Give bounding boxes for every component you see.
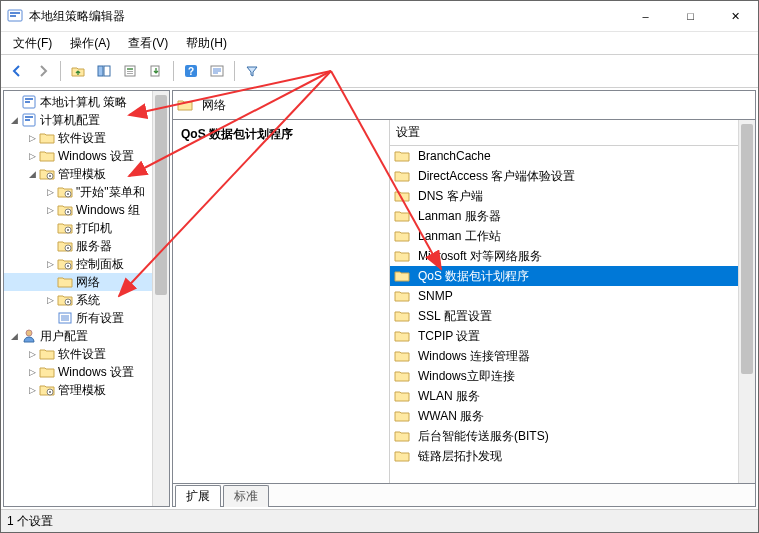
folder-icon: [57, 220, 73, 236]
list-item[interactable]: DNS 客户端: [390, 186, 755, 206]
list-item[interactable]: 后台智能传送服务(BITS): [390, 426, 755, 446]
list-item[interactable]: DirectAccess 客户端体验设置: [390, 166, 755, 186]
tree-item-label: 管理模板: [58, 381, 106, 399]
tree-item-all_settings[interactable]: 所有设置: [4, 309, 169, 327]
tree-pane[interactable]: 本地计算机 策略◢计算机配置▷软件设置▷Windows 设置◢管理模板▷"开始"…: [3, 90, 170, 507]
up-one-level-button[interactable]: [66, 59, 90, 83]
svg-rect-15: [25, 101, 30, 103]
tree-item-system[interactable]: ▷系统: [4, 291, 169, 309]
tree-item-u_win[interactable]: ▷Windows 设置: [4, 363, 169, 381]
twisty-expanded-icon[interactable]: ◢: [8, 114, 20, 126]
menu-help[interactable]: 帮助(H): [178, 33, 235, 54]
menu-view[interactable]: 查看(V): [120, 33, 176, 54]
list-item-label: 后台智能传送服务(BITS): [418, 428, 549, 445]
list-item[interactable]: Windows立即连接: [390, 366, 755, 386]
svg-point-34: [26, 330, 32, 336]
svg-rect-3: [98, 66, 103, 76]
list-item-label: 链路层拓扑发现: [418, 448, 502, 465]
tree-item-printers[interactable]: 打印机: [4, 219, 169, 237]
close-button[interactable]: ✕: [713, 1, 758, 31]
tree-item-admin_tpl[interactable]: ◢管理模板: [4, 165, 169, 183]
tree-item-label: 用户配置: [40, 327, 88, 345]
list-item[interactable]: WLAN 服务: [390, 386, 755, 406]
twisty-collapsed-icon[interactable]: ▷: [26, 132, 38, 144]
svg-point-28: [67, 247, 69, 249]
list-item[interactable]: QoS 数据包计划程序: [390, 266, 755, 286]
settings-list[interactable]: 设置 BranchCacheDirectAccess 客户端体验设置DNS 客户…: [390, 120, 755, 483]
twisty-collapsed-icon[interactable]: ▷: [26, 384, 38, 396]
tree-item-network[interactable]: 网络: [4, 273, 169, 291]
svg-point-20: [49, 175, 51, 177]
list-item-label: WLAN 服务: [418, 388, 480, 405]
svg-point-26: [67, 229, 69, 231]
folder-icon: [57, 256, 73, 272]
list-item-label: SSL 配置设置: [418, 308, 492, 325]
window-title: 本地组策略编辑器: [29, 8, 623, 25]
help-button[interactable]: ?: [179, 59, 203, 83]
folder-icon: [39, 346, 55, 362]
list-item[interactable]: SSL 配置设置: [390, 306, 755, 326]
list-item[interactable]: Lanman 服务器: [390, 206, 755, 226]
twisty-collapsed-icon[interactable]: ▷: [44, 258, 56, 270]
list-item[interactable]: Lanman 工作站: [390, 226, 755, 246]
tree-item-label: 本地计算机 策略: [40, 93, 127, 111]
export-button[interactable]: [144, 59, 168, 83]
scrollbar-vertical[interactable]: [738, 120, 755, 483]
twisty-collapsed-icon[interactable]: ▷: [44, 186, 56, 198]
folder-icon: [394, 348, 410, 364]
tree-item-u_soft[interactable]: ▷软件设置: [4, 345, 169, 363]
show-hide-tree-button[interactable]: [92, 59, 116, 83]
tree-item-root[interactable]: 本地计算机 策略: [4, 93, 169, 111]
options-button[interactable]: [205, 59, 229, 83]
menu-file[interactable]: 文件(F): [5, 33, 60, 54]
twisty-expanded-icon[interactable]: ◢: [8, 330, 20, 342]
back-button[interactable]: [5, 59, 29, 83]
list-item[interactable]: BranchCache: [390, 146, 755, 166]
detail-description-pane: QoS 数据包计划程序: [173, 120, 390, 483]
list-item[interactable]: TCPIP 设置: [390, 326, 755, 346]
list-item-label: Windows 连接管理器: [418, 348, 530, 365]
tree-item-control_panel[interactable]: ▷控制面板: [4, 255, 169, 273]
list-item[interactable]: WWAN 服务: [390, 406, 755, 426]
properties-button[interactable]: [118, 59, 142, 83]
twisty-expanded-icon[interactable]: ◢: [26, 168, 38, 180]
list-item[interactable]: SNMP: [390, 286, 755, 306]
tab-standard[interactable]: 标准: [223, 485, 269, 507]
tree-item-soft_settings[interactable]: ▷软件设置: [4, 129, 169, 147]
filter-button[interactable]: [240, 59, 264, 83]
tree-item-start_menu[interactable]: ▷"开始"菜单和: [4, 183, 169, 201]
scrollbar-vertical[interactable]: [152, 91, 169, 506]
toolbar: ?: [1, 55, 758, 88]
column-header-setting[interactable]: 设置: [390, 120, 755, 146]
folder-icon: [57, 310, 73, 326]
tab-extended[interactable]: 扩展: [175, 485, 221, 507]
scrollbar-thumb[interactable]: [155, 95, 167, 295]
list-item[interactable]: Microsoft 对等网络服务: [390, 246, 755, 266]
tree-item-label: 计算机配置: [40, 111, 100, 129]
folder-icon: [394, 328, 410, 344]
svg-rect-17: [25, 116, 33, 118]
tree-item-computer_cfg[interactable]: ◢计算机配置: [4, 111, 169, 129]
list-item[interactable]: Windows 连接管理器: [390, 346, 755, 366]
twisty-collapsed-icon[interactable]: ▷: [26, 150, 38, 162]
twisty-collapsed-icon[interactable]: ▷: [26, 348, 38, 360]
maximize-button[interactable]: □: [668, 1, 713, 31]
tree-item-win_components[interactable]: ▷Windows 组: [4, 201, 169, 219]
list-item-label: WWAN 服务: [418, 408, 484, 425]
twisty-collapsed-icon[interactable]: ▷: [44, 204, 56, 216]
tree-item-u_admin[interactable]: ▷管理模板: [4, 381, 169, 399]
menu-action[interactable]: 操作(A): [62, 33, 118, 54]
folder-icon: [394, 168, 410, 184]
scrollbar-thumb[interactable]: [741, 124, 753, 374]
tree-item-win_settings[interactable]: ▷Windows 设置: [4, 147, 169, 165]
twisty-collapsed-icon[interactable]: ▷: [26, 366, 38, 378]
forward-button[interactable]: [31, 59, 55, 83]
svg-rect-8: [127, 73, 133, 74]
tree-item-servers[interactable]: 服务器: [4, 237, 169, 255]
list-item-label: SNMP: [418, 289, 453, 303]
list-item-label: Windows立即连接: [418, 368, 515, 385]
minimize-button[interactable]: –: [623, 1, 668, 31]
twisty-collapsed-icon[interactable]: ▷: [44, 294, 56, 306]
list-item[interactable]: 链路层拓扑发现: [390, 446, 755, 466]
tree-item-user_cfg[interactable]: ◢用户配置: [4, 327, 169, 345]
